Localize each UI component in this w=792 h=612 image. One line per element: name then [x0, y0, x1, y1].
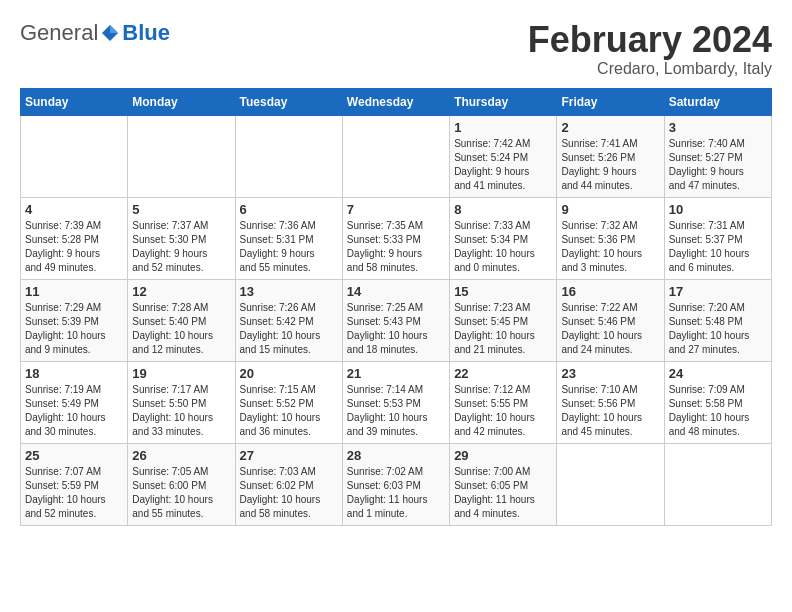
month-title: February 2024 — [528, 20, 772, 60]
day-info: Sunrise: 7:31 AM Sunset: 5:37 PM Dayligh… — [669, 219, 767, 275]
day-info: Sunrise: 7:20 AM Sunset: 5:48 PM Dayligh… — [669, 301, 767, 357]
calendar-cell — [557, 443, 664, 525]
calendar-cell: 12Sunrise: 7:28 AM Sunset: 5:40 PM Dayli… — [128, 279, 235, 361]
calendar-cell — [235, 115, 342, 197]
week-row-4: 18Sunrise: 7:19 AM Sunset: 5:49 PM Dayli… — [21, 361, 772, 443]
calendar-cell: 24Sunrise: 7:09 AM Sunset: 5:58 PM Dayli… — [664, 361, 771, 443]
day-number: 8 — [454, 202, 552, 217]
day-number: 10 — [669, 202, 767, 217]
day-number: 11 — [25, 284, 123, 299]
week-row-2: 4Sunrise: 7:39 AM Sunset: 5:28 PM Daylig… — [21, 197, 772, 279]
calendar-cell — [342, 115, 449, 197]
day-info: Sunrise: 7:36 AM Sunset: 5:31 PM Dayligh… — [240, 219, 338, 275]
logo: General Blue — [20, 20, 170, 46]
calendar-cell: 13Sunrise: 7:26 AM Sunset: 5:42 PM Dayli… — [235, 279, 342, 361]
day-info: Sunrise: 7:25 AM Sunset: 5:43 PM Dayligh… — [347, 301, 445, 357]
day-info: Sunrise: 7:23 AM Sunset: 5:45 PM Dayligh… — [454, 301, 552, 357]
day-info: Sunrise: 7:07 AM Sunset: 5:59 PM Dayligh… — [25, 465, 123, 521]
calendar-cell: 18Sunrise: 7:19 AM Sunset: 5:49 PM Dayli… — [21, 361, 128, 443]
day-number: 3 — [669, 120, 767, 135]
weekday-header-monday: Monday — [128, 88, 235, 115]
calendar-cell — [128, 115, 235, 197]
day-number: 19 — [132, 366, 230, 381]
day-number: 1 — [454, 120, 552, 135]
title-area: February 2024 Credaro, Lombardy, Italy — [528, 20, 772, 78]
weekday-header-thursday: Thursday — [450, 88, 557, 115]
day-info: Sunrise: 7:17 AM Sunset: 5:50 PM Dayligh… — [132, 383, 230, 439]
day-number: 18 — [25, 366, 123, 381]
day-number: 24 — [669, 366, 767, 381]
week-row-5: 25Sunrise: 7:07 AM Sunset: 5:59 PM Dayli… — [21, 443, 772, 525]
calendar-cell: 28Sunrise: 7:02 AM Sunset: 6:03 PM Dayli… — [342, 443, 449, 525]
weekday-header-sunday: Sunday — [21, 88, 128, 115]
day-number: 17 — [669, 284, 767, 299]
day-number: 15 — [454, 284, 552, 299]
calendar-cell: 26Sunrise: 7:05 AM Sunset: 6:00 PM Dayli… — [128, 443, 235, 525]
weekday-header-row: SundayMondayTuesdayWednesdayThursdayFrid… — [21, 88, 772, 115]
calendar-cell: 19Sunrise: 7:17 AM Sunset: 5:50 PM Dayli… — [128, 361, 235, 443]
day-info: Sunrise: 7:12 AM Sunset: 5:55 PM Dayligh… — [454, 383, 552, 439]
weekday-header-tuesday: Tuesday — [235, 88, 342, 115]
day-info: Sunrise: 7:09 AM Sunset: 5:58 PM Dayligh… — [669, 383, 767, 439]
day-info: Sunrise: 7:10 AM Sunset: 5:56 PM Dayligh… — [561, 383, 659, 439]
day-info: Sunrise: 7:15 AM Sunset: 5:52 PM Dayligh… — [240, 383, 338, 439]
calendar-cell: 22Sunrise: 7:12 AM Sunset: 5:55 PM Dayli… — [450, 361, 557, 443]
calendar-cell: 20Sunrise: 7:15 AM Sunset: 5:52 PM Dayli… — [235, 361, 342, 443]
day-number: 6 — [240, 202, 338, 217]
calendar-cell: 8Sunrise: 7:33 AM Sunset: 5:34 PM Daylig… — [450, 197, 557, 279]
calendar-cell: 21Sunrise: 7:14 AM Sunset: 5:53 PM Dayli… — [342, 361, 449, 443]
weekday-header-saturday: Saturday — [664, 88, 771, 115]
calendar-cell: 29Sunrise: 7:00 AM Sunset: 6:05 PM Dayli… — [450, 443, 557, 525]
day-number: 23 — [561, 366, 659, 381]
day-number: 28 — [347, 448, 445, 463]
weekday-header-wednesday: Wednesday — [342, 88, 449, 115]
calendar-cell — [21, 115, 128, 197]
day-info: Sunrise: 7:32 AM Sunset: 5:36 PM Dayligh… — [561, 219, 659, 275]
day-info: Sunrise: 7:39 AM Sunset: 5:28 PM Dayligh… — [25, 219, 123, 275]
day-info: Sunrise: 7:28 AM Sunset: 5:40 PM Dayligh… — [132, 301, 230, 357]
day-number: 27 — [240, 448, 338, 463]
calendar-cell: 15Sunrise: 7:23 AM Sunset: 5:45 PM Dayli… — [450, 279, 557, 361]
calendar-cell — [664, 443, 771, 525]
day-number: 16 — [561, 284, 659, 299]
calendar-cell: 25Sunrise: 7:07 AM Sunset: 5:59 PM Dayli… — [21, 443, 128, 525]
day-number: 2 — [561, 120, 659, 135]
day-info: Sunrise: 7:14 AM Sunset: 5:53 PM Dayligh… — [347, 383, 445, 439]
location-subtitle: Credaro, Lombardy, Italy — [528, 60, 772, 78]
day-info: Sunrise: 7:40 AM Sunset: 5:27 PM Dayligh… — [669, 137, 767, 193]
day-number: 7 — [347, 202, 445, 217]
day-info: Sunrise: 7:35 AM Sunset: 5:33 PM Dayligh… — [347, 219, 445, 275]
day-info: Sunrise: 7:26 AM Sunset: 5:42 PM Dayligh… — [240, 301, 338, 357]
day-info: Sunrise: 7:42 AM Sunset: 5:24 PM Dayligh… — [454, 137, 552, 193]
day-number: 9 — [561, 202, 659, 217]
calendar-cell: 7Sunrise: 7:35 AM Sunset: 5:33 PM Daylig… — [342, 197, 449, 279]
calendar-cell: 4Sunrise: 7:39 AM Sunset: 5:28 PM Daylig… — [21, 197, 128, 279]
calendar-cell: 2Sunrise: 7:41 AM Sunset: 5:26 PM Daylig… — [557, 115, 664, 197]
calendar-cell: 3Sunrise: 7:40 AM Sunset: 5:27 PM Daylig… — [664, 115, 771, 197]
day-number: 25 — [25, 448, 123, 463]
calendar-cell: 1Sunrise: 7:42 AM Sunset: 5:24 PM Daylig… — [450, 115, 557, 197]
calendar-cell: 14Sunrise: 7:25 AM Sunset: 5:43 PM Dayli… — [342, 279, 449, 361]
day-info: Sunrise: 7:29 AM Sunset: 5:39 PM Dayligh… — [25, 301, 123, 357]
week-row-3: 11Sunrise: 7:29 AM Sunset: 5:39 PM Dayli… — [21, 279, 772, 361]
day-number: 12 — [132, 284, 230, 299]
weekday-header-friday: Friday — [557, 88, 664, 115]
calendar-cell: 17Sunrise: 7:20 AM Sunset: 5:48 PM Dayli… — [664, 279, 771, 361]
day-info: Sunrise: 7:03 AM Sunset: 6:02 PM Dayligh… — [240, 465, 338, 521]
logo-blue-text: Blue — [122, 20, 170, 46]
week-row-1: 1Sunrise: 7:42 AM Sunset: 5:24 PM Daylig… — [21, 115, 772, 197]
day-number: 4 — [25, 202, 123, 217]
calendar-cell: 16Sunrise: 7:22 AM Sunset: 5:46 PM Dayli… — [557, 279, 664, 361]
logo-icon — [100, 23, 120, 43]
logo-general-text: General — [20, 20, 98, 46]
day-number: 21 — [347, 366, 445, 381]
calendar-cell: 6Sunrise: 7:36 AM Sunset: 5:31 PM Daylig… — [235, 197, 342, 279]
day-info: Sunrise: 7:19 AM Sunset: 5:49 PM Dayligh… — [25, 383, 123, 439]
day-number: 26 — [132, 448, 230, 463]
day-info: Sunrise: 7:33 AM Sunset: 5:34 PM Dayligh… — [454, 219, 552, 275]
day-number: 22 — [454, 366, 552, 381]
day-info: Sunrise: 7:02 AM Sunset: 6:03 PM Dayligh… — [347, 465, 445, 521]
svg-marker-1 — [110, 25, 118, 33]
calendar-cell: 5Sunrise: 7:37 AM Sunset: 5:30 PM Daylig… — [128, 197, 235, 279]
calendar-cell: 23Sunrise: 7:10 AM Sunset: 5:56 PM Dayli… — [557, 361, 664, 443]
